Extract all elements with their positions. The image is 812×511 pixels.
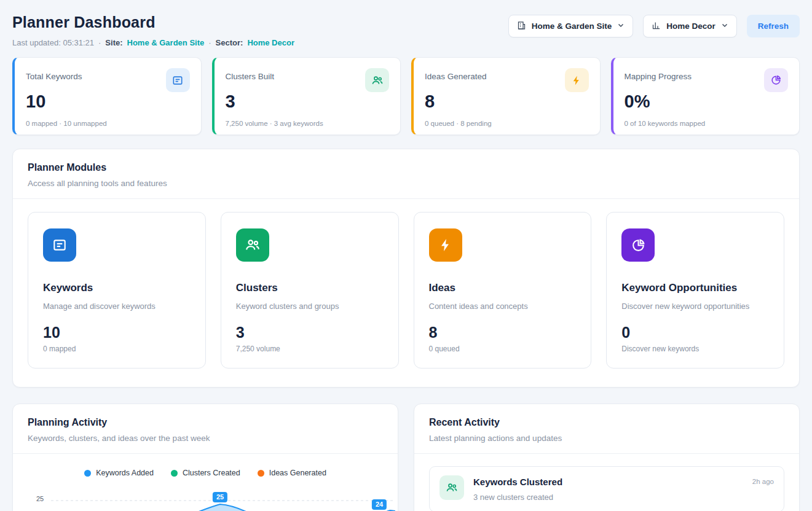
stat-card-clusters-built[interactable]: Clusters Built 3 7,250 volume · 3 avg ke…: [212, 57, 401, 135]
module-card-keywords[interactable]: Keywords Manage and discover keywords 10…: [28, 212, 206, 369]
chevron-down-icon: [721, 21, 728, 31]
module-value: 8: [429, 324, 577, 341]
pie-chart-icon: [621, 228, 655, 262]
legend-item-ideas-generated[interactable]: Ideas Generated: [258, 469, 326, 477]
sector-selector-value: Home Decor: [666, 21, 715, 31]
module-description: Discover new keyword opportunities: [621, 302, 769, 311]
planner-dashboard-page: Planner Dashboard Last updated: 05:31:21…: [0, 0, 812, 511]
page-subtitle: Last updated: 05:31:21 · Site: Home & Ga…: [12, 38, 294, 47]
refresh-button[interactable]: Refresh: [747, 15, 800, 37]
stat-label: Clusters Built: [226, 68, 275, 81]
data-point-label: 24: [372, 499, 387, 510]
users-icon: [365, 68, 389, 92]
section-title: Recent Activity: [429, 417, 784, 428]
chevron-down-icon: [617, 21, 625, 31]
users-icon: [236, 228, 269, 262]
legend-item-clusters-created[interactable]: Clusters Created: [171, 469, 240, 477]
stat-value: 3: [226, 92, 390, 112]
sector-link[interactable]: Home Decor: [247, 38, 294, 47]
stat-card-ideas-generated[interactable]: Ideas Generated 8 0 queued · 8 pending: [411, 57, 601, 135]
legend-label: Keywords Added: [96, 469, 154, 477]
module-subtext: 0 queued: [429, 345, 577, 353]
users-icon: [440, 475, 464, 500]
area-chart: 25 25 24: [13, 486, 398, 511]
activity-list-item[interactable]: Keywords Clustered 3 new clusters create…: [429, 466, 784, 511]
stat-card-mapping-progress[interactable]: Mapping Progress 0% 0 of 10 keywords map…: [611, 57, 800, 135]
activity-item-title: Keywords Clustered: [473, 475, 743, 487]
module-card-grid: Keywords Manage and discover keywords 10…: [13, 199, 799, 387]
recent-activity-panel: Recent Activity Latest planning actions …: [414, 404, 800, 511]
module-description: Manage and discover keywords: [43, 302, 191, 311]
header-controls: Home & Garden Site Home Decor Refresh: [508, 15, 800, 37]
stat-value: 0%: [625, 92, 789, 112]
planning-activity-panel: Planning Activity Keywords, clusters, an…: [12, 404, 398, 511]
module-title: Ideas: [429, 282, 577, 294]
module-value: 10: [43, 324, 191, 341]
planning-activity-header: Planning Activity Keywords, clusters, an…: [13, 404, 398, 454]
stat-cards-row: Total Keywords 10 0 mapped · 10 unmapped…: [12, 57, 800, 135]
activity-item-body: Keywords Clustered 3 new clusters create…: [473, 475, 743, 502]
module-subtext: Discover new keywords: [621, 345, 769, 353]
module-card-keyword-opportunities[interactable]: Keyword Opportunities Discover new keywo…: [606, 212, 784, 369]
recent-activity-header: Recent Activity Latest planning actions …: [414, 404, 799, 454]
planner-modules-panel: Planner Modules Access all planning tool…: [12, 149, 800, 388]
sector-selector-dropdown[interactable]: Home Decor: [643, 15, 737, 37]
site-link[interactable]: Home & Garden Site: [127, 38, 205, 47]
legend-label: Clusters Created: [183, 469, 240, 477]
module-description: Content ideas and concepts: [429, 302, 577, 311]
module-subtext: 7,250 volume: [236, 345, 384, 353]
data-point-label: 25: [213, 492, 227, 502]
section-subtitle: Access all planning tools and features: [28, 179, 784, 188]
stat-card-total-keywords[interactable]: Total Keywords 10 0 mapped · 10 unmapped: [12, 57, 202, 135]
activity-item-timestamp: 2h ago: [752, 475, 774, 502]
last-updated-text: Last updated: 05:31:21: [12, 38, 94, 47]
lightning-icon: [565, 68, 589, 92]
stat-label: Total Keywords: [26, 68, 82, 81]
module-card-clusters[interactable]: Clusters Keyword clusters and groups 3 7…: [221, 212, 399, 369]
separator-dot: ·: [208, 38, 211, 47]
module-title: Keyword Opportunities: [621, 282, 769, 294]
document-lines-icon: [166, 68, 190, 92]
module-description: Keyword clusters and groups: [236, 302, 384, 311]
stat-value: 10: [26, 92, 190, 112]
page-title: Planner Dashboard: [12, 14, 294, 31]
bar-chart-icon: [652, 21, 661, 32]
site-label: Site:: [105, 38, 122, 47]
activity-item-description: 3 new clusters created: [473, 493, 743, 502]
building-icon: [517, 21, 526, 32]
bottom-panels-row: Planning Activity Keywords, clusters, an…: [12, 404, 800, 511]
section-subtitle: Keywords, clusters, and ideas over the p…: [28, 434, 383, 443]
stat-subtext: 0 of 10 keywords mapped: [625, 120, 789, 127]
section-title: Planner Modules: [28, 162, 784, 173]
module-card-ideas[interactable]: Ideas Content ideas and concepts 8 0 que…: [414, 212, 592, 369]
pie-chart-icon: [764, 68, 788, 92]
chart-legend: Keywords Added Clusters Created Ideas Ge…: [13, 469, 398, 477]
module-title: Clusters: [236, 282, 384, 294]
document-lines-icon: [43, 228, 76, 262]
stat-value: 8: [425, 92, 589, 112]
legend-dot-orange: [258, 470, 264, 477]
stat-subtext: 0 mapped · 10 unmapped: [26, 120, 190, 127]
module-title: Keywords: [43, 282, 191, 294]
stat-label: Mapping Progress: [625, 68, 692, 81]
lightning-icon: [429, 228, 462, 262]
site-selector-value: Home & Garden Site: [532, 21, 612, 31]
legend-label: Ideas Generated: [269, 469, 326, 477]
stat-subtext: 0 queued · 8 pending: [425, 120, 589, 127]
page-header: Planner Dashboard Last updated: 05:31:21…: [12, 10, 800, 47]
section-subtitle: Latest planning actions and updates: [429, 434, 784, 443]
stat-label: Ideas Generated: [425, 68, 487, 81]
planner-modules-header: Planner Modules Access all planning tool…: [13, 149, 799, 199]
sector-label: Sector:: [216, 38, 243, 47]
module-value: 3: [236, 324, 384, 341]
module-subtext: 0 mapped: [43, 345, 191, 353]
site-selector-dropdown[interactable]: Home & Garden Site: [508, 15, 634, 37]
legend-item-keywords-added[interactable]: Keywords Added: [84, 469, 154, 477]
legend-dot-blue: [84, 470, 91, 477]
section-title: Planning Activity: [28, 417, 383, 428]
module-value: 0: [621, 324, 769, 341]
y-axis-tick: 25: [36, 495, 44, 502]
separator-dot: ·: [98, 38, 101, 47]
header-left: Planner Dashboard Last updated: 05:31:21…: [12, 10, 294, 47]
legend-dot-green: [171, 470, 178, 477]
